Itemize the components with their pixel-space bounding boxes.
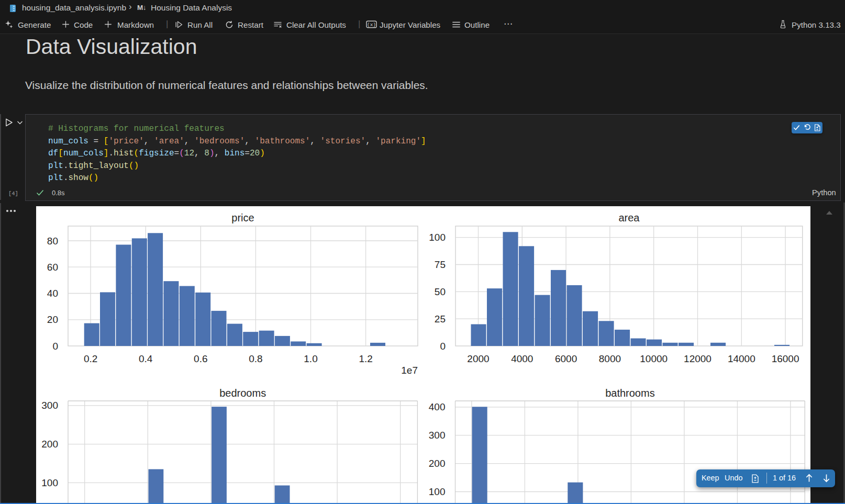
svg-text:0: 0 [52, 341, 58, 352]
svg-text:6000: 6000 [555, 353, 577, 364]
svg-text:60: 60 [47, 262, 58, 273]
svg-text:bathrooms: bathrooms [605, 387, 655, 399]
svg-text:75: 75 [435, 259, 446, 270]
svg-text:1e7: 1e7 [401, 365, 418, 376]
svg-text:0.6: 0.6 [194, 353, 207, 364]
svg-text:price: price [231, 212, 254, 223]
svg-text:50: 50 [435, 286, 446, 297]
svg-text:400: 400 [429, 401, 446, 412]
svg-text:40: 40 [47, 288, 58, 299]
svg-text:100: 100 [429, 232, 446, 243]
svg-text:(x): (x) [367, 22, 376, 28]
svg-text:0.2: 0.2 [84, 353, 97, 364]
svg-text:300: 300 [41, 400, 58, 411]
svg-text:25: 25 [435, 313, 446, 324]
svg-text:area: area [618, 212, 640, 223]
svg-text:12000: 12000 [684, 353, 711, 364]
svg-text:200: 200 [429, 458, 446, 469]
svg-text:20: 20 [47, 314, 58, 325]
svg-text:4000: 4000 [511, 353, 533, 364]
svg-text:0.8: 0.8 [249, 353, 262, 364]
svg-text:200: 200 [41, 439, 58, 450]
svg-text:14000: 14000 [728, 353, 755, 364]
svg-text:0.4: 0.4 [139, 353, 153, 364]
svg-text:bedrooms: bedrooms [219, 387, 266, 399]
svg-text:100: 100 [41, 477, 58, 488]
svg-text:1.2: 1.2 [359, 353, 372, 364]
svg-text:100: 100 [429, 486, 446, 497]
svg-text:1.0: 1.0 [304, 353, 317, 364]
svg-text:300: 300 [429, 430, 446, 441]
svg-text:16000: 16000 [772, 353, 799, 364]
svg-text:8000: 8000 [599, 353, 621, 364]
svg-text:2000: 2000 [467, 353, 489, 364]
svg-text:10000: 10000 [640, 353, 668, 364]
svg-text:0: 0 [440, 341, 446, 352]
svg-text:80: 80 [47, 236, 58, 247]
